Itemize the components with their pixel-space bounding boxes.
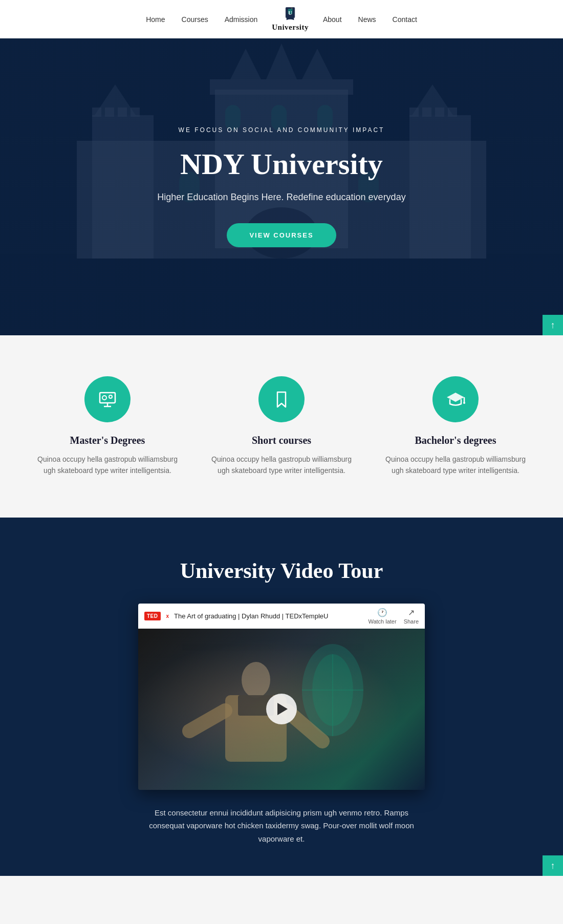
- video-section: University Video Tour TED x The Art of g…: [0, 518, 563, 876]
- svg-marker-7: [230, 49, 261, 79]
- feature-masters: Master's Degrees Quinoa occupy hella gas…: [31, 376, 184, 477]
- svg-rect-26: [435, 108, 444, 117]
- svg-point-32: [109, 395, 112, 398]
- masters-desc: Quinoa occupy hella gastropub williamsbu…: [31, 454, 184, 477]
- svg-rect-22: [118, 108, 127, 117]
- play-button[interactable]: [266, 694, 297, 724]
- ted-badge: TED: [144, 612, 161, 620]
- hero-tagline: WE FOCUS ON SOCIAL AND COMMUNITY IMPACT: [157, 126, 405, 134]
- nav-courses[interactable]: Courses: [182, 15, 208, 24]
- bachelors-desc: Quinoa occupy hella gastropub williamsbu…: [379, 454, 532, 477]
- hero-title: NDY University: [157, 148, 405, 181]
- scroll-to-top-button[interactable]: ↑: [543, 315, 563, 335]
- hero-section: WE FOCUS ON SOCIAL AND COMMUNITY IMPACT …: [0, 38, 563, 335]
- svg-marker-8: [266, 44, 297, 79]
- video-scroll-to-top-button[interactable]: ↑: [543, 855, 563, 876]
- tedx-badge: x: [166, 613, 169, 619]
- svg-rect-12: [409, 115, 471, 259]
- nav-about[interactable]: About: [323, 15, 342, 24]
- view-courses-button[interactable]: VIEW COURSES: [227, 223, 336, 247]
- svg-rect-20: [92, 108, 101, 117]
- bachelors-icon-circle: [432, 376, 479, 422]
- navbar: Home Courses Admission U University Abou…: [0, 0, 563, 38]
- share-label: Share: [404, 618, 419, 625]
- video-title: The Art of graduating | Dylan Rhudd | TE…: [174, 612, 363, 620]
- graduation-cap-icon: [445, 389, 466, 410]
- svg-rect-3: [0, 253, 563, 335]
- video-description: Est consectetur ennui incididunt adipisi…: [138, 806, 425, 846]
- video-thumbnail[interactable]: [138, 629, 425, 790]
- svg-marker-9: [302, 49, 333, 79]
- hero-subtitle: Higher Education Begins Here. Redefine e…: [157, 192, 405, 203]
- watch-later-label: Watch later: [368, 618, 396, 625]
- svg-point-35: [463, 402, 465, 404]
- video-actions: 🕐 Watch later ↗ Share: [368, 608, 419, 625]
- svg-rect-21: [105, 108, 114, 117]
- features-section: Master's Degrees Quinoa occupy hella gas…: [0, 335, 563, 518]
- nav-brand[interactable]: U University: [272, 7, 309, 32]
- svg-rect-10: [92, 115, 154, 259]
- video-section-title: University Video Tour: [20, 558, 543, 583]
- nav-links-left: Home Courses Admission: [146, 15, 257, 24]
- nav-brand-name: University: [272, 23, 309, 32]
- university-logo-icon: U: [282, 7, 298, 23]
- svg-point-31: [102, 396, 106, 400]
- feature-bachelors: Bachelor's degrees Quinoa occupy hella g…: [379, 376, 532, 477]
- video-wrapper: TED x The Art of graduating | Dylan Rhud…: [138, 604, 425, 790]
- short-courses-desc: Quinoa occupy hella gastropub williamsbu…: [205, 454, 358, 477]
- bachelors-title: Bachelor's degrees: [379, 435, 532, 446]
- svg-rect-6: [210, 79, 353, 95]
- clock-icon: 🕐: [377, 608, 387, 617]
- video-topbar: TED x The Art of graduating | Dylan Rhud…: [138, 604, 425, 629]
- nav-news[interactable]: News: [358, 15, 376, 24]
- svg-text:U: U: [288, 10, 292, 16]
- bookmark-icon: [271, 389, 292, 410]
- masters-icon-circle: [84, 376, 131, 422]
- nav-admission[interactable]: Admission: [225, 15, 258, 24]
- svg-line-42: [189, 711, 225, 731]
- feature-short-courses: Short courses Quinoa occupy hella gastro…: [205, 376, 358, 477]
- share-icon: ↗: [408, 608, 415, 617]
- svg-rect-24: [409, 108, 419, 117]
- hero-content: WE FOCUS ON SOCIAL AND COMMUNITY IMPACT …: [147, 126, 416, 247]
- share-action[interactable]: ↗ Share: [404, 608, 419, 625]
- short-courses-title: Short courses: [205, 435, 358, 446]
- nav-links-right: About News Contact: [323, 15, 417, 24]
- nav-contact[interactable]: Contact: [393, 15, 417, 24]
- svg-rect-27: [448, 108, 457, 117]
- svg-rect-23: [131, 108, 140, 117]
- nav-home[interactable]: Home: [146, 15, 165, 24]
- svg-rect-25: [422, 108, 431, 117]
- short-courses-icon-circle: [258, 376, 305, 422]
- svg-point-40: [242, 662, 270, 698]
- presentation-icon: [97, 389, 118, 410]
- watch-later-action[interactable]: 🕐 Watch later: [368, 608, 396, 625]
- masters-title: Master's Degrees: [31, 435, 184, 446]
